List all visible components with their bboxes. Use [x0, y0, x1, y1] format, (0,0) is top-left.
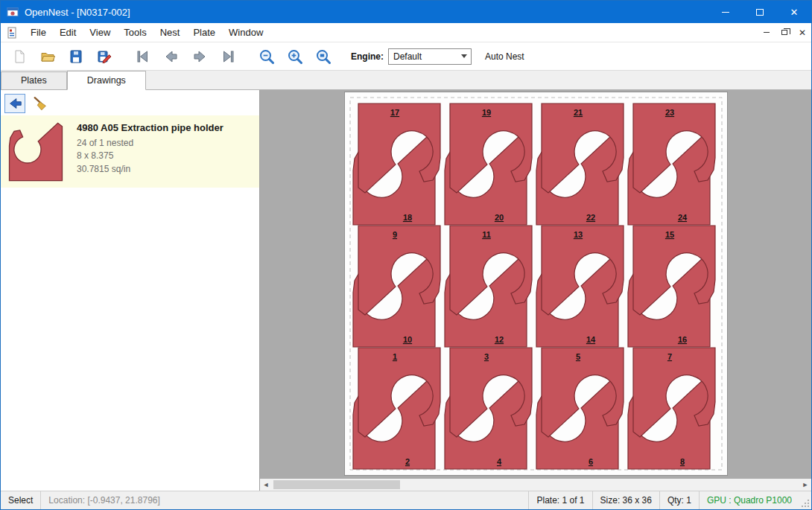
broom-icon	[32, 95, 48, 112]
save-floppy-icon	[67, 48, 85, 66]
mdi-close-button[interactable]: ✕	[793, 25, 811, 40]
drawing-title: 4980 A05 Extraction pipe holder	[77, 122, 255, 133]
minimize-button[interactable]	[708, 1, 743, 23]
part-number-label: 5	[576, 352, 580, 361]
part-number-label: 15	[665, 230, 674, 239]
part-number-label: 20	[495, 213, 504, 222]
new-document-icon	[10, 48, 28, 66]
close-icon: ✕	[790, 7, 799, 17]
tab-drawings[interactable]: Drawings	[67, 71, 146, 90]
close-button[interactable]: ✕	[777, 1, 811, 23]
menu-window[interactable]: Window	[222, 23, 270, 42]
part-number-label: 1	[393, 352, 397, 361]
part-number-label: 14	[586, 335, 596, 344]
mdi-close-icon: ✕	[799, 28, 806, 37]
zoom-extents-button[interactable]	[309, 45, 337, 68]
part-number-label: 16	[678, 335, 687, 344]
part-number-label: 7	[667, 352, 672, 361]
main-toolbar: Engine: Default Auto Nest	[1, 42, 811, 71]
tab-plates[interactable]: Plates	[1, 71, 67, 89]
save-edit-button[interactable]	[90, 45, 118, 68]
open-button[interactable]	[34, 45, 62, 68]
status-qty: Qty: 1	[660, 491, 700, 509]
part-number-label: 4	[497, 457, 502, 466]
part-number-label: 17	[390, 108, 399, 117]
first-plate-button[interactable]	[129, 45, 157, 68]
auto-nest-button[interactable]: Auto Nest	[485, 51, 524, 62]
menu-plate[interactable]: Plate	[186, 23, 222, 42]
mdi-minimize-button[interactable]	[758, 25, 775, 40]
engine-select[interactable]: Default	[388, 48, 472, 65]
part-number-label: 12	[495, 335, 504, 344]
status-size: Size: 36 x 36	[593, 491, 660, 509]
resize-grip-icon	[801, 499, 810, 508]
zoom-out-button[interactable]	[253, 45, 281, 68]
part-number-label: 6	[589, 457, 593, 466]
plate[interactable]: 171819202122232491011121314151612345678	[344, 92, 728, 476]
drawing-area: 30.7815 sq/in	[77, 163, 255, 176]
zoom-in-icon	[286, 48, 304, 66]
next-arrow-icon	[191, 48, 209, 66]
part-number-label: 23	[665, 108, 674, 117]
menu-edit[interactable]: Edit	[53, 23, 83, 42]
part-number-label: 21	[574, 108, 583, 117]
scrollbar-thumb[interactable]	[273, 480, 400, 489]
move-drawing-button[interactable]	[4, 94, 25, 113]
previous-arrow-icon	[162, 48, 180, 66]
maximize-icon	[756, 9, 764, 16]
menu-nest[interactable]: Nest	[153, 23, 187, 42]
menu-view[interactable]: View	[83, 23, 117, 42]
mdi-restore-icon	[781, 30, 787, 35]
drawing-nested-count: 24 of 1 nested	[77, 137, 255, 150]
new-button[interactable]	[5, 45, 34, 68]
part-number-label: 3	[484, 352, 489, 361]
opennest-window: OpenNest - [N0317-002] ✕ File Edit View …	[0, 0, 812, 510]
previous-plate-button[interactable]	[157, 45, 185, 68]
zoom-extents-icon	[314, 48, 332, 66]
drawing-list-item[interactable]: 4980 A05 Extraction pipe holder 24 of 1 …	[1, 115, 259, 188]
engine-selected-value: Default	[389, 51, 457, 62]
mdi-minimize-icon	[764, 32, 770, 33]
part-number-label: 11	[482, 230, 491, 239]
menu-file[interactable]: File	[24, 23, 53, 42]
part-number-label: 19	[482, 108, 491, 117]
combo-dropdown-icon[interactable]	[457, 49, 471, 64]
part-number-label: 10	[403, 335, 412, 344]
save-button[interactable]	[62, 45, 90, 68]
scroll-left-icon[interactable]: ◄	[260, 479, 272, 491]
horizontal-scrollbar[interactable]: ◄ ►	[260, 479, 811, 491]
zoom-in-button[interactable]	[281, 45, 309, 68]
scroll-right-icon[interactable]: ►	[799, 479, 811, 491]
last-plate-button[interactable]	[214, 45, 242, 68]
minimize-icon	[722, 12, 729, 13]
part-number-label: 22	[586, 213, 595, 222]
drawing-item-text: 4980 A05 Extraction pipe holder 24 of 1 …	[77, 119, 255, 182]
blue-arrow-icon	[7, 95, 23, 112]
nest-canvas[interactable]: 171819202122232491011121314151612345678 …	[260, 90, 811, 491]
clear-drawings-button[interactable]	[30, 94, 51, 113]
titlebar[interactable]: OpenNest - [N0317-002] ✕	[1, 1, 811, 23]
maximize-button[interactable]	[743, 1, 777, 23]
drawings-panel: 4980 A05 Extraction pipe holder 24 of 1 …	[1, 90, 260, 491]
menu-tools[interactable]: Tools	[117, 23, 153, 42]
document-icon	[6, 27, 18, 39]
engine-label: Engine:	[351, 51, 384, 62]
drawing-size: 8 x 8.375	[77, 150, 255, 162]
part-number-label: 18	[403, 213, 412, 222]
resize-grip[interactable]	[799, 491, 811, 509]
app-icon	[7, 6, 19, 18]
mdi-restore-button[interactable]	[775, 25, 793, 40]
part-number-label: 13	[574, 230, 583, 239]
next-plate-button[interactable]	[185, 45, 214, 68]
menubar: File Edit View Tools Nest Plate Window ✕	[1, 23, 811, 42]
main-area: 4980 A05 Extraction pipe holder 24 of 1 …	[1, 90, 811, 491]
part-number-label: 9	[393, 230, 397, 239]
part-number-label: 24	[678, 213, 688, 222]
last-arrow-icon	[219, 48, 237, 66]
open-folder-icon	[39, 48, 57, 66]
part-number-label: 8	[680, 457, 685, 466]
window-title: OpenNest - [N0317-002]	[25, 7, 130, 18]
status-location: Location: [-0.9437, 21.8796]	[41, 491, 167, 509]
save-edit-icon	[95, 48, 113, 66]
drawings-toolbar	[1, 90, 259, 115]
